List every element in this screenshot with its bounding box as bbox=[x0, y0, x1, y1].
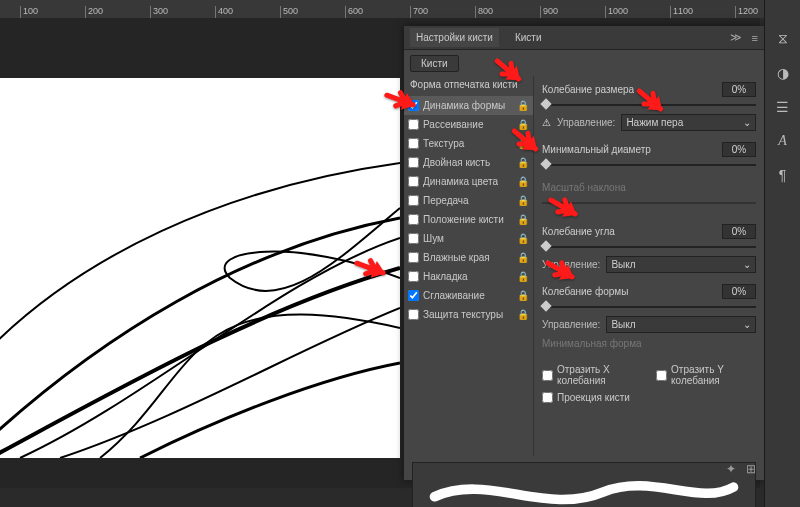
brush-projection-label: Проекция кисти bbox=[557, 392, 630, 403]
lock-icon[interactable]: 🔒 bbox=[517, 290, 529, 301]
option-динамика-цвета[interactable]: Динамика цвета🔒 bbox=[404, 172, 533, 191]
angle-jitter-slider[interactable] bbox=[542, 242, 756, 252]
angle-control-label: Управление: bbox=[542, 259, 600, 270]
option-checkbox[interactable] bbox=[408, 290, 419, 301]
option-динамика-формы[interactable]: Динамика формы🔒 bbox=[404, 96, 533, 115]
type-icon[interactable]: A bbox=[778, 133, 787, 149]
option-label: Защита текстуры bbox=[423, 309, 513, 320]
option-двойная-кисть[interactable]: Двойная кисть🔒 bbox=[404, 153, 533, 172]
brush-projection-checkbox[interactable] bbox=[542, 392, 553, 403]
option-label: Рассеивание bbox=[423, 119, 513, 130]
option-сглаживание[interactable]: Сглаживание🔒 bbox=[404, 286, 533, 305]
option-положение-кисти[interactable]: Положение кисти🔒 bbox=[404, 210, 533, 229]
option-label: Сглаживание bbox=[423, 290, 513, 301]
option-label: Динамика цвета bbox=[423, 176, 513, 187]
option-label: Накладка bbox=[423, 271, 513, 282]
tab-brushes[interactable]: Кисти bbox=[509, 28, 548, 47]
brush-strokes bbox=[0, 78, 400, 458]
option-защита-текстуры[interactable]: Защита текстуры🔒 bbox=[404, 305, 533, 324]
flip-y-label: Отразить Y колебания bbox=[671, 364, 756, 386]
option-передача[interactable]: Передача🔒 bbox=[404, 191, 533, 210]
option-checkbox[interactable] bbox=[408, 100, 419, 111]
roundness-jitter-label: Колебание формы bbox=[542, 286, 716, 297]
option-checkbox[interactable] bbox=[408, 309, 419, 320]
panel-menu-icon[interactable]: ≡ bbox=[752, 32, 758, 44]
lock-icon[interactable]: 🔒 bbox=[517, 100, 529, 111]
option-checkbox[interactable] bbox=[408, 176, 419, 187]
min-roundness-label: Минимальная форма bbox=[542, 338, 756, 349]
roundness-control-label: Управление: bbox=[542, 319, 600, 330]
option-влажные-края[interactable]: Влажные края🔒 bbox=[404, 248, 533, 267]
size-jitter-label: Колебание размера bbox=[542, 84, 716, 95]
lock-icon[interactable]: 🔒 bbox=[517, 138, 529, 149]
option-label: Шум bbox=[423, 233, 513, 244]
tab-brush-settings[interactable]: Настройки кисти bbox=[410, 28, 499, 47]
min-diameter-slider[interactable] bbox=[542, 160, 756, 170]
option-накладка[interactable]: Накладка🔒 bbox=[404, 267, 533, 286]
shape-dynamics-settings: Колебание размера ⚠ Управление: Нажим пе… bbox=[534, 76, 764, 456]
angle-jitter-label: Колебание угла bbox=[542, 226, 716, 237]
lock-icon[interactable]: 🔒 bbox=[517, 195, 529, 206]
min-diameter-label: Минимальный диаметр bbox=[542, 144, 716, 155]
lock-icon[interactable]: 🔒 bbox=[517, 252, 529, 263]
tilt-scale-label: Масштаб наклона bbox=[542, 182, 756, 193]
option-checkbox[interactable] bbox=[408, 138, 419, 149]
size-jitter-value[interactable] bbox=[722, 82, 756, 97]
warning-icon: ⚠ bbox=[542, 117, 551, 128]
paragraph-icon[interactable]: ¶ bbox=[779, 167, 787, 183]
adjustments-icon[interactable]: ◑ bbox=[777, 65, 789, 81]
option-checkbox[interactable] bbox=[408, 157, 419, 168]
lock-icon[interactable]: 🔒 bbox=[517, 309, 529, 320]
option-рассеивание[interactable]: Рассеивание🔒 bbox=[404, 115, 533, 134]
lock-icon[interactable]: 🔒 bbox=[517, 157, 529, 168]
roundness-control-select[interactable]: Выкл ⌄ bbox=[606, 316, 756, 333]
lock-icon[interactable]: 🔒 bbox=[517, 214, 529, 225]
lock-icon[interactable]: 🔒 bbox=[517, 271, 529, 282]
lock-icon[interactable]: 🔒 bbox=[517, 176, 529, 187]
history-icon[interactable]: ⧖ bbox=[778, 30, 788, 47]
option-checkbox[interactable] bbox=[408, 252, 419, 263]
right-icon-bar: ⧖ ◑ ☰ A ¶ bbox=[764, 0, 800, 507]
collapse-icon[interactable]: ≫ bbox=[730, 31, 742, 44]
option-текстура[interactable]: Текстура🔒 bbox=[404, 134, 533, 153]
option-checkbox[interactable] bbox=[408, 195, 419, 206]
document-canvas[interactable] bbox=[0, 78, 400, 458]
flip-x-checkbox[interactable] bbox=[542, 370, 553, 381]
flip-y-checkbox[interactable] bbox=[656, 370, 667, 381]
lock-icon[interactable]: 🔒 bbox=[517, 233, 529, 244]
option-label: Передача bbox=[423, 195, 513, 206]
brush-stroke-preview bbox=[412, 462, 756, 507]
angle-control-select[interactable]: Выкл ⌄ bbox=[606, 256, 756, 273]
min-diameter-value[interactable] bbox=[722, 142, 756, 157]
size-control-label: Управление: bbox=[557, 117, 615, 128]
brush-settings-panel: Настройки кисти Кисти ≫ ≡ Кисти Форма от… bbox=[404, 26, 764, 480]
ruler-top: 100200300400500600700800900100011001200 bbox=[0, 0, 800, 18]
option-checkbox[interactable] bbox=[408, 214, 419, 225]
toggle-preview-icon[interactable]: ✦ bbox=[726, 462, 736, 476]
size-control-select[interactable]: Нажим пера ⌄ bbox=[621, 114, 756, 131]
option-checkbox[interactable] bbox=[408, 119, 419, 130]
lock-icon[interactable]: 🔒 bbox=[517, 119, 529, 130]
brush-options-list: Форма отпечатка кисти Динамика формы🔒Рас… bbox=[404, 76, 534, 456]
option-шум[interactable]: Шум🔒 bbox=[404, 229, 533, 248]
option-label: Положение кисти bbox=[423, 214, 513, 225]
panel-tabs: Настройки кисти Кисти ≫ ≡ bbox=[404, 26, 764, 50]
size-jitter-slider[interactable] bbox=[542, 100, 756, 110]
option-label: Влажные края bbox=[423, 252, 513, 263]
brushes-button[interactable]: Кисти bbox=[410, 55, 459, 72]
option-checkbox[interactable] bbox=[408, 271, 419, 282]
new-preset-icon[interactable]: ⊞ bbox=[746, 462, 756, 476]
option-label: Двойная кисть bbox=[423, 157, 513, 168]
flip-x-label: Отразить X колебания bbox=[557, 364, 642, 386]
styles-icon[interactable]: ☰ bbox=[776, 99, 789, 115]
brush-tip-shape-header[interactable]: Форма отпечатка кисти bbox=[404, 76, 533, 96]
angle-jitter-value[interactable] bbox=[722, 224, 756, 239]
roundness-jitter-value[interactable] bbox=[722, 284, 756, 299]
option-checkbox[interactable] bbox=[408, 233, 419, 244]
option-label: Динамика формы bbox=[423, 100, 513, 111]
option-label: Текстура bbox=[423, 138, 513, 149]
roundness-jitter-slider[interactable] bbox=[542, 302, 756, 312]
tilt-scale-slider bbox=[542, 198, 756, 208]
